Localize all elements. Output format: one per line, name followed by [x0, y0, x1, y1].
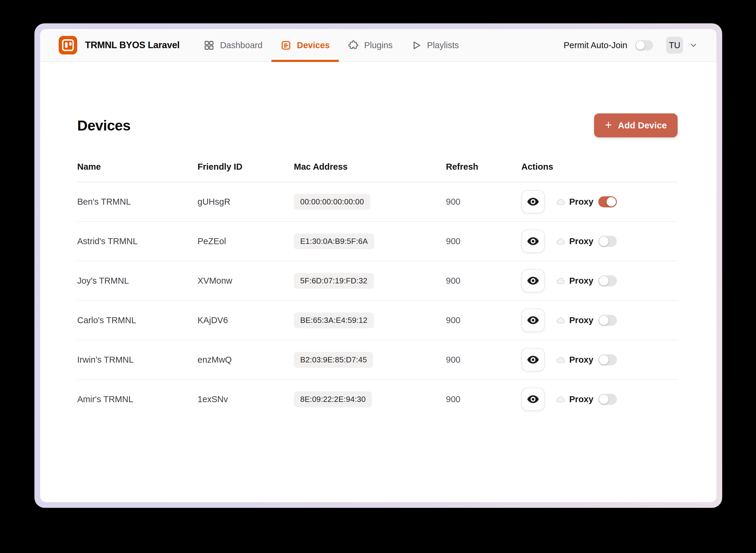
toggle-knob	[636, 41, 645, 50]
col-header-friendly-id: Friendly ID	[198, 162, 294, 172]
nav-label-playlists: Playlists	[427, 41, 459, 50]
device-friendly-id: XVMonw	[198, 276, 294, 286]
permit-auto-join-toggle[interactable]	[635, 40, 653, 51]
trmnl-logo-icon	[59, 36, 77, 55]
device-friendly-id: PeZEol	[198, 236, 294, 246]
table-header-row: Name Friendly ID Mac Address Refresh Act…	[77, 152, 678, 182]
toggle-knob	[599, 355, 608, 365]
chevron-down-icon[interactable]	[689, 41, 698, 50]
actions-cell: Proxy	[521, 190, 678, 213]
mac-address-pill: B2:03:9E:85:D7:45	[294, 352, 373, 368]
eye-icon	[527, 195, 539, 208]
devices-table: Name Friendly ID Mac Address Refresh Act…	[77, 152, 678, 419]
device-friendly-id: KAjDV6	[198, 315, 294, 325]
puzzle-icon	[348, 40, 359, 51]
col-header-refresh: Refresh	[446, 162, 521, 172]
toggle-knob	[599, 276, 608, 286]
table-row: Astrid's TRMNL PeZEol E1:30:0A:B9:5F:6A …	[77, 222, 678, 261]
proxy-toggle[interactable]	[598, 196, 617, 208]
proxy-label: Proxy	[569, 355, 594, 365]
actions-cell: Proxy	[521, 309, 678, 332]
mac-address-cell: E1:30:0A:B9:5F:6A	[294, 233, 374, 249]
eye-icon	[527, 353, 539, 366]
grid-icon	[204, 40, 215, 51]
col-header-mac-address: Mac Address	[294, 162, 446, 172]
header-right: Permit Auto-Join TU	[563, 37, 698, 54]
main-content: Devices + Add Device Name Friendly ID Ma…	[40, 62, 716, 419]
nav-label-devices: Devices	[297, 41, 330, 50]
eye-icon	[527, 393, 539, 405]
actions-cell: Proxy	[521, 230, 678, 253]
view-device-button[interactable]	[521, 388, 545, 411]
device-name: Irwin's TRMNL	[77, 355, 198, 365]
avatar[interactable]: TU	[666, 37, 683, 54]
proxy-group: Proxy	[556, 275, 617, 287]
table-row: Amir's TRMNL 1exSNv 8E:09:22:2E:94:30 90…	[77, 380, 678, 419]
proxy-toggle[interactable]	[598, 315, 617, 326]
view-device-button[interactable]	[521, 230, 545, 253]
proxy-toggle[interactable]	[598, 354, 617, 366]
table-row: Carlo's TRMNL KAjDV6 BE:65:3A:E4:59:12 9…	[77, 301, 678, 340]
view-device-button[interactable]	[521, 309, 545, 332]
actions-cell: Proxy	[521, 348, 678, 371]
eye-icon	[527, 235, 539, 247]
actions-cell: Proxy	[521, 388, 678, 411]
device-refresh: 900	[446, 355, 521, 365]
proxy-toggle[interactable]	[598, 275, 617, 287]
app-header: TRMNL BYOS Laravel Dashboard	[40, 29, 716, 62]
cloud-icon	[556, 315, 566, 325]
nav-item-playlists[interactable]: Playlists	[402, 29, 468, 61]
add-device-button[interactable]: + Add Device	[594, 113, 678, 137]
mac-address-pill: E1:30:0A:B9:5F:6A	[294, 233, 374, 249]
proxy-label: Proxy	[569, 394, 594, 404]
device-friendly-id: gUHsgR	[198, 197, 294, 207]
eye-icon	[527, 314, 539, 326]
proxy-group: Proxy	[556, 394, 617, 405]
mac-address-cell: BE:65:3A:E4:59:12	[294, 312, 374, 328]
cloud-icon	[556, 236, 566, 246]
nav-item-plugins[interactable]: Plugins	[339, 29, 402, 61]
proxy-label: Proxy	[569, 197, 594, 207]
mac-address-pill: BE:65:3A:E4:59:12	[294, 312, 374, 328]
proxy-group: Proxy	[556, 315, 617, 326]
device-friendly-id: 1exSNv	[198, 394, 294, 404]
proxy-toggle[interactable]	[598, 236, 617, 247]
proxy-label: Proxy	[569, 276, 594, 286]
table-row: Ben's TRMNL gUHsgR 00:00:00:00:00:00 900	[77, 182, 678, 222]
proxy-label: Proxy	[569, 236, 594, 246]
device-name: Amir's TRMNL	[77, 394, 198, 404]
proxy-group: Proxy	[556, 354, 617, 366]
mac-address-cell: B2:03:9E:85:D7:45	[294, 352, 373, 368]
nav-item-devices[interactable]: Devices	[272, 29, 339, 61]
mac-address-pill: 00:00:00:00:00:00	[294, 194, 370, 210]
cloud-icon	[556, 355, 566, 365]
eye-icon	[527, 274, 539, 287]
view-device-button[interactable]	[521, 269, 545, 292]
device-refresh: 900	[446, 315, 521, 325]
mac-address-cell: 8E:09:22:2E:94:30	[294, 391, 372, 407]
list-box-icon	[281, 40, 292, 51]
toggle-knob	[607, 197, 616, 207]
device-refresh: 900	[446, 276, 521, 286]
toggle-knob	[599, 395, 608, 404]
view-device-button[interactable]	[521, 190, 545, 213]
toggle-knob	[599, 237, 608, 246]
proxy-group: Proxy	[556, 196, 617, 208]
proxy-label: Proxy	[569, 315, 594, 325]
main-nav: Dashboard Devices Plugins	[195, 29, 468, 61]
mac-address-pill: 5F:6D:07:19:FD:32	[294, 273, 374, 289]
nav-item-dashboard[interactable]: Dashboard	[195, 29, 272, 61]
play-icon	[410, 40, 422, 51]
view-device-button[interactable]	[521, 348, 545, 371]
permit-auto-join-label: Permit Auto-Join	[563, 41, 627, 50]
device-name: Joy's TRMNL	[77, 276, 198, 286]
app-window-content: TRMNL BYOS Laravel Dashboard	[40, 29, 716, 502]
device-name: Carlo's TRMNL	[77, 315, 198, 325]
col-header-name: Name	[77, 162, 198, 172]
proxy-toggle[interactable]	[598, 394, 617, 405]
device-refresh: 900	[446, 236, 521, 246]
device-refresh: 900	[446, 394, 521, 404]
add-device-label: Add Device	[618, 120, 667, 131]
toggle-knob	[599, 316, 608, 325]
device-refresh: 900	[446, 197, 521, 207]
